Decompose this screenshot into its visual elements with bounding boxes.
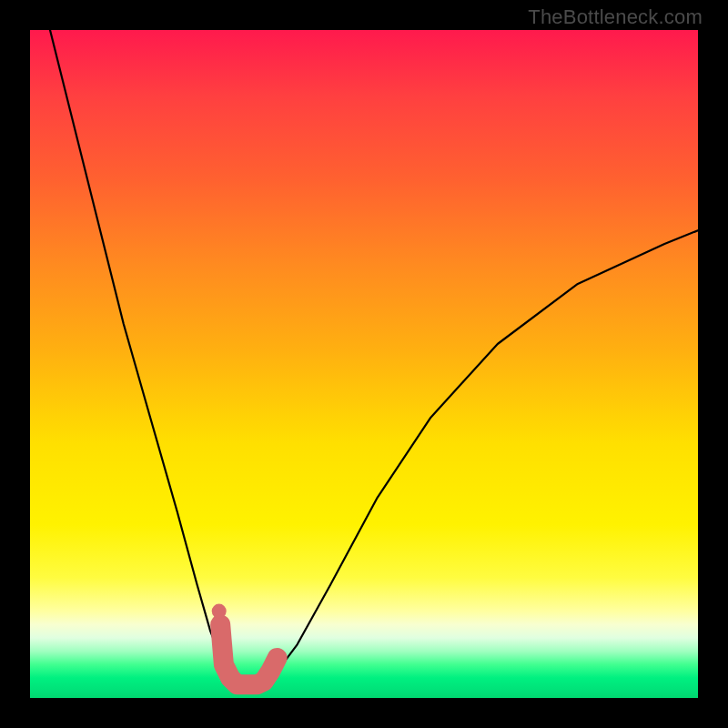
- highlight-band: [220, 624, 277, 684]
- svg-point-0: [212, 604, 227, 619]
- plot-area: [30, 30, 698, 698]
- chart-frame: TheBottleneck.com: [0, 0, 728, 728]
- curve-layer: [30, 30, 698, 698]
- highlight-dot: [212, 604, 227, 619]
- watermark-text: TheBottleneck.com: [528, 5, 703, 29]
- bottleneck-curve: [50, 30, 698, 684]
